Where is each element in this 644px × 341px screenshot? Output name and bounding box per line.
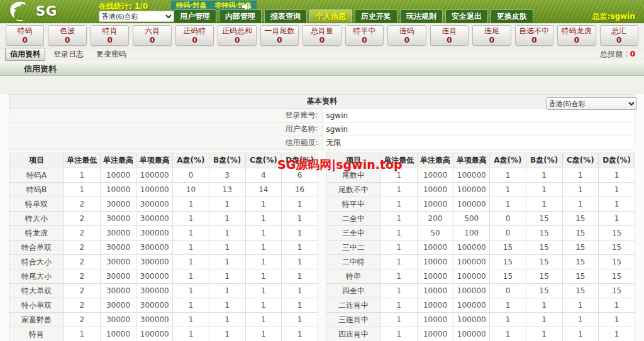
limit-value-cell: 1 xyxy=(562,298,599,313)
limit-value-cell: 1 xyxy=(562,168,599,183)
nav-tab-users[interactable]: 用户管理 xyxy=(174,9,216,23)
stat-button-连尾[interactable]: 连尾0 xyxy=(472,25,511,46)
limit-value-cell: 15 xyxy=(526,269,562,284)
stat-button-连肖[interactable]: 连肖0 xyxy=(430,25,469,46)
stat-button-正码特[interactable]: 正码特0 xyxy=(175,25,214,46)
table-row: 登录账号: sgwin xyxy=(9,109,635,122)
limit-value-cell: 15 xyxy=(562,226,599,241)
limit-value-cell: 1 xyxy=(64,183,101,197)
content-lottery-select[interactable]: 香港(6)合彩 xyxy=(546,97,637,110)
stat-button-特肖[interactable]: 特肖0 xyxy=(91,25,129,46)
limit-value-cell: 10000 xyxy=(100,327,136,341)
limit-value-cell: 1 xyxy=(173,313,209,327)
stat-label: 六肖 xyxy=(133,26,170,36)
column-header: 项目 xyxy=(9,153,64,168)
limit-value-cell: 30000 xyxy=(100,313,136,327)
limit-value-cell: 1 xyxy=(282,241,318,255)
nav-tab-personal[interactable]: 个人信息 xyxy=(309,9,352,23)
limit-value-cell: 15 xyxy=(562,255,599,269)
limit-value-cell: 1 xyxy=(282,226,318,241)
stat-button-一肖尾数[interactable]: 一肖尾数0 xyxy=(260,25,299,46)
limit-value-cell: 2 xyxy=(64,241,101,255)
stat-button-自选不中[interactable]: 自选不中0 xyxy=(515,25,553,46)
limit-value-cell: 15 xyxy=(562,241,599,255)
limit-value-cell: 100000 xyxy=(453,168,490,183)
table-row: 特合大小2300003000001111 xyxy=(9,255,318,269)
limit-value-cell: 1 xyxy=(64,168,101,183)
nav-tab-reports[interactable]: 报表查询 xyxy=(264,9,307,23)
limit-value-cell: 10000 xyxy=(417,327,453,341)
nav-tab-logout[interactable]: 安全退出 xyxy=(445,9,488,23)
limit-value-cell: 3 xyxy=(209,168,245,183)
limit-value-cell: 0 xyxy=(490,226,526,241)
tab-login-log[interactable]: 登录日志 xyxy=(49,48,88,60)
table-row: 特小单双2300003000001111 xyxy=(9,298,318,313)
limit-value-cell: 1 xyxy=(381,183,418,197)
credit-limit-label: 信用额度: xyxy=(9,136,323,150)
column-header: B盘(%) xyxy=(526,153,562,168)
limit-value-cell: 2 xyxy=(64,212,101,226)
nav-tab-rules[interactable]: 玩法规则 xyxy=(400,9,443,23)
limit-value-cell: 15 xyxy=(562,212,599,226)
table-row: 四连肖中1100001000001111 xyxy=(326,327,635,341)
stat-button-特码[interactable]: 特码0 xyxy=(6,25,44,46)
limit-value-cell: 0 xyxy=(173,168,209,183)
table-row: 特大小2300003000001111 xyxy=(9,212,318,226)
nav-tab-history[interactable]: 历史开奖 xyxy=(355,9,397,23)
stat-value: 0 xyxy=(218,36,255,45)
limit-value-cell: 1 xyxy=(381,255,418,269)
limit-value-cell: 15 xyxy=(562,269,599,284)
column-header: C盘(%) xyxy=(245,153,282,168)
basic-info-table: 基本资料 登录账号: sgwin 用户名称: sgwin 信用额度: 无限 xyxy=(9,94,635,150)
special-code-seal-button[interactable]: 特码·封盘 xyxy=(176,1,206,10)
item-name-cell: 特龙虎 xyxy=(9,226,64,241)
limit-value-cell: 30000 xyxy=(100,298,136,313)
limit-value-cell: 10000 xyxy=(417,313,453,327)
stat-button-特平中[interactable]: 特平中0 xyxy=(345,25,384,46)
stat-label: 连肖 xyxy=(431,26,468,36)
tab-change-password[interactable]: 更变密码 xyxy=(92,48,131,60)
item-name-cell: 尾数不中 xyxy=(326,183,381,197)
limit-value-cell: 1 xyxy=(245,298,282,313)
limit-value-cell: 1 xyxy=(282,255,318,269)
limit-value-cell: 1 xyxy=(562,183,599,197)
stat-button-特码龙虎[interactable]: 特码龙虎0 xyxy=(557,25,596,46)
limit-value-cell: 2 xyxy=(64,298,101,313)
limit-value-cell: 300000 xyxy=(136,255,173,269)
limit-value-cell: 1 xyxy=(173,255,209,269)
limit-value-cell: 200 xyxy=(417,212,453,226)
stat-button-总肖量[interactable]: 总肖量0 xyxy=(303,25,341,46)
limits-table-left: 项目单注最低单注最高单项最高A盘(%)B盘(%)C盘(%)D盘(%)特码A110… xyxy=(9,153,318,341)
stat-button-色波[interactable]: 色波0 xyxy=(48,25,86,46)
stat-button-连码[interactable]: 连码0 xyxy=(387,25,426,46)
limit-value-cell: 1 xyxy=(599,168,635,183)
limit-value-cell: 1 xyxy=(173,197,209,212)
header-lottery-select[interactable]: 香港(6)合彩 xyxy=(99,11,174,22)
limit-value-cell: 10000 xyxy=(100,183,136,197)
table-row: 用户名称: sgwin xyxy=(9,122,635,136)
limit-value-cell: 10 xyxy=(173,183,209,197)
stat-button-正码总和[interactable]: 正码总和0 xyxy=(218,25,256,46)
column-header: 单项最高 xyxy=(136,153,173,168)
tab-credit-info[interactable]: 信用资料 xyxy=(5,48,45,61)
nav-tab-skin[interactable]: 更换皮肤 xyxy=(491,9,533,23)
section-header: 信用资料 xyxy=(0,62,644,76)
nav-tab-internal[interactable]: 内部管理 xyxy=(219,9,262,23)
limit-value-cell: 100000 xyxy=(453,197,490,212)
column-header: 单注最高 xyxy=(417,153,453,168)
section-title: 信用资料 xyxy=(24,64,57,73)
item-name-cell: 特单双 xyxy=(9,197,64,212)
limit-value-cell: 15 xyxy=(526,212,562,226)
stat-button-总汇[interactable]: 总汇0 xyxy=(600,25,638,46)
table-row: 家畜野兽2300003000001111 xyxy=(9,313,318,327)
limit-value-cell: 15 xyxy=(599,269,635,284)
item-name-cell: 特码A xyxy=(9,168,64,183)
stat-label: 特码 xyxy=(6,26,43,36)
limit-value-cell: 1 xyxy=(245,313,282,327)
stat-value: 0 xyxy=(558,36,595,45)
limit-value-cell: 1 xyxy=(599,212,635,226)
limit-value-cell: 1 xyxy=(599,183,635,197)
limit-value-cell: 1 xyxy=(381,212,418,226)
limit-value-cell: 1 xyxy=(526,168,562,183)
stat-button-六肖[interactable]: 六肖0 xyxy=(133,25,171,46)
